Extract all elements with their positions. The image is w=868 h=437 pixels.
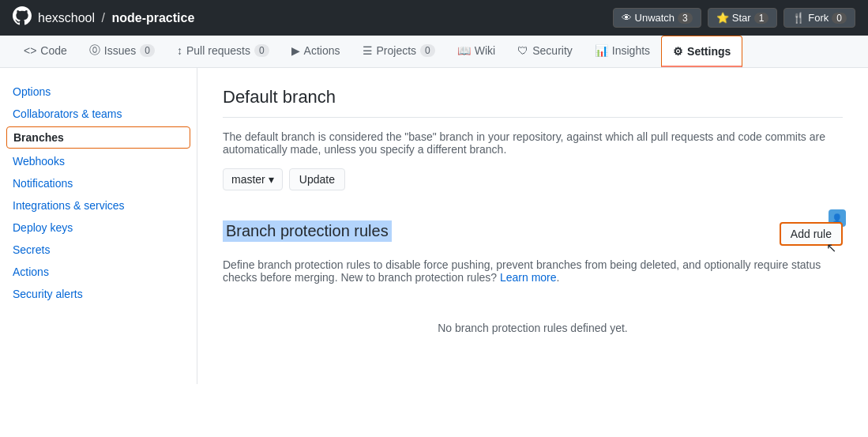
protection-rules-title: Branch protection rules [223,220,392,242]
tab-wiki[interactable]: 📖 Wiki [446,36,506,67]
github-logo-icon [13,6,32,29]
org-link[interactable]: hexschool [38,11,95,24]
tab-code-label: Code [40,44,66,57]
sidebar-item-security-alerts[interactable]: Security alerts [0,283,197,305]
repo-link[interactable]: node-practice [111,11,194,24]
code-icon: <> [24,44,36,57]
pr-icon: ↕ [177,44,182,57]
pr-badge: 0 [254,44,269,57]
chevron-down-icon: ▾ [269,173,274,186]
tab-security-label: Security [532,44,573,57]
unwatch-label: Unwatch [635,12,675,24]
repo-breadcrumb: hexschool / node-practice [38,11,194,25]
learn-more-link[interactable]: Learn more [500,271,557,284]
repo-nav: <> Code ⓪ Issues 0 ↕ Pull requests 0 ▶ A… [0,36,868,68]
sidebar-item-webhooks[interactable]: Webhooks [0,150,197,172]
star-label: Star [732,12,751,24]
top-bar: hexschool / node-practice 👁 Unwatch 3 ⭐ … [0,0,868,36]
star-count: 1 [754,13,769,24]
default-branch-title: Default branch [223,87,843,118]
tab-wiki-label: Wiki [475,44,495,57]
projects-icon: ☰ [363,44,373,57]
settings-icon: ⚙ [673,45,683,58]
sidebar-item-deploy-keys[interactable]: Deploy keys [0,217,197,239]
tab-insights[interactable]: 📊 Insights [584,36,661,67]
tab-issues[interactable]: ⓪ Issues 0 [78,36,166,67]
tab-issues-label: Issues [104,44,136,57]
issues-badge: 0 [140,44,155,57]
unwatch-button[interactable]: 👁 Unwatch 3 [613,8,701,28]
watch-count: 3 [678,13,693,24]
sidebar-item-collaborators-teams[interactable]: Collaborators & teams [0,103,197,125]
star-button[interactable]: ⭐ Star 1 [708,8,778,28]
star-icon: ⭐ [716,12,729,24]
tab-actions[interactable]: ▶ Actions [280,36,351,67]
sidebar-item-secrets[interactable]: Secrets [0,239,197,261]
fork-icon: 🍴 [792,12,805,24]
tab-security[interactable]: 🛡 Security [506,36,584,67]
fork-count: 0 [832,13,847,24]
tab-actions-label: Actions [304,44,340,57]
update-branch-button[interactable]: Update [289,168,345,190]
settings-sidebar: Options Collaborators & teams Branches W… [0,68,197,384]
branch-select-value: master [231,173,265,186]
tab-projects[interactable]: ☰ Projects 0 [351,36,446,67]
main-layout: Options Collaborators & teams Branches W… [0,68,868,384]
add-rule-button-wrapper: Add rule ↖ [780,222,843,246]
projects-badge: 0 [420,44,435,57]
tab-pr-label: Pull requests [186,44,250,57]
cursor-icon: ↖ [826,240,836,255]
sidebar-item-actions[interactable]: Actions [0,261,197,283]
eye-icon: 👁 [622,12,632,24]
issues-icon: ⓪ [89,43,100,58]
fork-label: Fork [808,12,829,24]
tab-code[interactable]: <> Code [13,36,78,67]
add-rule-area: 👤 Add rule ↖ [780,216,843,246]
tab-settings-label: Settings [687,45,731,58]
default-branch-description: The default branch is considered the "ba… [223,130,843,156]
protection-description: Define branch protection rules to disabl… [223,258,843,284]
sidebar-item-notifications[interactable]: Notifications [0,172,197,194]
branch-controls: master ▾ Update [223,168,843,190]
protection-header: Branch protection rules 👤 Add rule ↖ [223,216,843,246]
no-rules-text: No branch protection rules defined yet. [223,303,843,353]
wiki-icon: 📖 [457,44,471,57]
tab-pull-requests[interactable]: ↕ Pull requests 0 [166,36,280,67]
security-icon: 🛡 [517,44,528,57]
sidebar-item-options[interactable]: Options [0,81,197,103]
fork-button[interactable]: 🍴 Fork 0 [783,8,855,28]
sidebar-item-integrations[interactable]: Integrations & services [0,194,197,217]
tab-projects-label: Projects [377,44,417,57]
tab-insights-label: Insights [612,44,650,57]
actions-icon: ▶ [291,44,300,57]
insights-icon: 📊 [595,44,608,57]
branch-select-dropdown[interactable]: master ▾ [223,168,283,190]
sidebar-item-branches[interactable]: Branches [6,126,190,149]
settings-content: Default branch The default branch is con… [197,68,868,384]
repo-actions: 👁 Unwatch 3 ⭐ Star 1 🍴 Fork 0 [613,8,855,28]
tab-settings[interactable]: ⚙ Settings [661,36,742,67]
